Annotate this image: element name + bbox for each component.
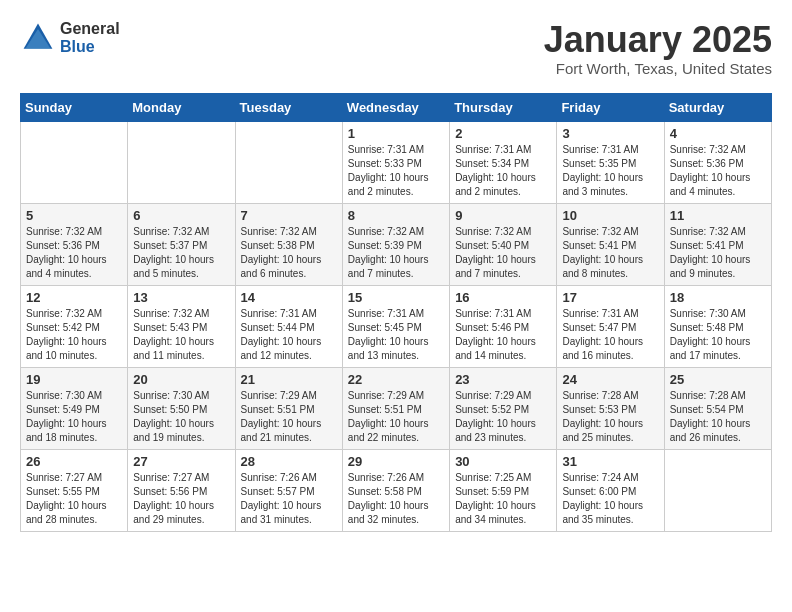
header-day-sunday: Sunday [21, 93, 128, 121]
day-cell [664, 449, 771, 531]
day-info: Sunrise: 7:29 AM Sunset: 5:51 PM Dayligh… [348, 389, 444, 445]
day-number: 29 [348, 454, 444, 469]
day-number: 2 [455, 126, 551, 141]
day-cell: 8Sunrise: 7:32 AM Sunset: 5:39 PM Daylig… [342, 203, 449, 285]
week-row-5: 26Sunrise: 7:27 AM Sunset: 5:55 PM Dayli… [21, 449, 772, 531]
day-info: Sunrise: 7:32 AM Sunset: 5:36 PM Dayligh… [670, 143, 766, 199]
header-day-wednesday: Wednesday [342, 93, 449, 121]
day-cell: 11Sunrise: 7:32 AM Sunset: 5:41 PM Dayli… [664, 203, 771, 285]
header-day-saturday: Saturday [664, 93, 771, 121]
day-cell: 20Sunrise: 7:30 AM Sunset: 5:50 PM Dayli… [128, 367, 235, 449]
day-info: Sunrise: 7:32 AM Sunset: 5:41 PM Dayligh… [670, 225, 766, 281]
day-info: Sunrise: 7:29 AM Sunset: 5:52 PM Dayligh… [455, 389, 551, 445]
header-day-friday: Friday [557, 93, 664, 121]
week-row-1: 1Sunrise: 7:31 AM Sunset: 5:33 PM Daylig… [21, 121, 772, 203]
day-info: Sunrise: 7:24 AM Sunset: 6:00 PM Dayligh… [562, 471, 658, 527]
day-cell: 16Sunrise: 7:31 AM Sunset: 5:46 PM Dayli… [450, 285, 557, 367]
day-cell: 4Sunrise: 7:32 AM Sunset: 5:36 PM Daylig… [664, 121, 771, 203]
day-number: 7 [241, 208, 337, 223]
day-cell [128, 121, 235, 203]
calendar-table: SundayMondayTuesdayWednesdayThursdayFrid… [20, 93, 772, 532]
day-number: 18 [670, 290, 766, 305]
day-cell: 14Sunrise: 7:31 AM Sunset: 5:44 PM Dayli… [235, 285, 342, 367]
day-number: 12 [26, 290, 122, 305]
day-number: 20 [133, 372, 229, 387]
logo-icon [20, 20, 56, 56]
header-day-thursday: Thursday [450, 93, 557, 121]
day-info: Sunrise: 7:27 AM Sunset: 5:56 PM Dayligh… [133, 471, 229, 527]
day-cell [235, 121, 342, 203]
day-number: 19 [26, 372, 122, 387]
day-number: 10 [562, 208, 658, 223]
day-info: Sunrise: 7:31 AM Sunset: 5:34 PM Dayligh… [455, 143, 551, 199]
logo: General Blue [20, 20, 120, 56]
day-cell: 22Sunrise: 7:29 AM Sunset: 5:51 PM Dayli… [342, 367, 449, 449]
title-area: January 2025 Fort Worth, Texas, United S… [544, 20, 772, 77]
day-cell: 31Sunrise: 7:24 AM Sunset: 6:00 PM Dayli… [557, 449, 664, 531]
day-info: Sunrise: 7:29 AM Sunset: 5:51 PM Dayligh… [241, 389, 337, 445]
day-info: Sunrise: 7:32 AM Sunset: 5:40 PM Dayligh… [455, 225, 551, 281]
header-day-monday: Monday [128, 93, 235, 121]
day-cell: 1Sunrise: 7:31 AM Sunset: 5:33 PM Daylig… [342, 121, 449, 203]
day-number: 23 [455, 372, 551, 387]
day-cell: 30Sunrise: 7:25 AM Sunset: 5:59 PM Dayli… [450, 449, 557, 531]
page-header: General Blue January 2025 Fort Worth, Te… [20, 20, 772, 77]
day-info: Sunrise: 7:31 AM Sunset: 5:44 PM Dayligh… [241, 307, 337, 363]
day-info: Sunrise: 7:31 AM Sunset: 5:33 PM Dayligh… [348, 143, 444, 199]
day-cell: 19Sunrise: 7:30 AM Sunset: 5:49 PM Dayli… [21, 367, 128, 449]
day-info: Sunrise: 7:30 AM Sunset: 5:48 PM Dayligh… [670, 307, 766, 363]
day-cell: 26Sunrise: 7:27 AM Sunset: 5:55 PM Dayli… [21, 449, 128, 531]
day-number: 1 [348, 126, 444, 141]
day-cell: 7Sunrise: 7:32 AM Sunset: 5:38 PM Daylig… [235, 203, 342, 285]
day-number: 3 [562, 126, 658, 141]
day-info: Sunrise: 7:32 AM Sunset: 5:38 PM Dayligh… [241, 225, 337, 281]
day-cell [21, 121, 128, 203]
week-row-4: 19Sunrise: 7:30 AM Sunset: 5:49 PM Dayli… [21, 367, 772, 449]
logo-text: General Blue [60, 20, 120, 55]
day-number: 27 [133, 454, 229, 469]
day-number: 4 [670, 126, 766, 141]
location: Fort Worth, Texas, United States [544, 60, 772, 77]
logo-blue-text: Blue [60, 38, 120, 56]
day-cell: 12Sunrise: 7:32 AM Sunset: 5:42 PM Dayli… [21, 285, 128, 367]
header-row: SundayMondayTuesdayWednesdayThursdayFrid… [21, 93, 772, 121]
day-number: 22 [348, 372, 444, 387]
day-info: Sunrise: 7:32 AM Sunset: 5:39 PM Dayligh… [348, 225, 444, 281]
day-info: Sunrise: 7:25 AM Sunset: 5:59 PM Dayligh… [455, 471, 551, 527]
day-cell: 18Sunrise: 7:30 AM Sunset: 5:48 PM Dayli… [664, 285, 771, 367]
day-cell: 9Sunrise: 7:32 AM Sunset: 5:40 PM Daylig… [450, 203, 557, 285]
week-row-3: 12Sunrise: 7:32 AM Sunset: 5:42 PM Dayli… [21, 285, 772, 367]
day-info: Sunrise: 7:30 AM Sunset: 5:49 PM Dayligh… [26, 389, 122, 445]
day-cell: 23Sunrise: 7:29 AM Sunset: 5:52 PM Dayli… [450, 367, 557, 449]
svg-marker-1 [25, 29, 50, 49]
day-info: Sunrise: 7:32 AM Sunset: 5:43 PM Dayligh… [133, 307, 229, 363]
day-number: 5 [26, 208, 122, 223]
week-row-2: 5Sunrise: 7:32 AM Sunset: 5:36 PM Daylig… [21, 203, 772, 285]
day-cell: 5Sunrise: 7:32 AM Sunset: 5:36 PM Daylig… [21, 203, 128, 285]
day-number: 30 [455, 454, 551, 469]
day-info: Sunrise: 7:28 AM Sunset: 5:54 PM Dayligh… [670, 389, 766, 445]
day-number: 16 [455, 290, 551, 305]
day-cell: 25Sunrise: 7:28 AM Sunset: 5:54 PM Dayli… [664, 367, 771, 449]
day-number: 6 [133, 208, 229, 223]
day-number: 25 [670, 372, 766, 387]
day-cell: 17Sunrise: 7:31 AM Sunset: 5:47 PM Dayli… [557, 285, 664, 367]
day-number: 17 [562, 290, 658, 305]
day-number: 21 [241, 372, 337, 387]
day-cell: 6Sunrise: 7:32 AM Sunset: 5:37 PM Daylig… [128, 203, 235, 285]
day-info: Sunrise: 7:31 AM Sunset: 5:47 PM Dayligh… [562, 307, 658, 363]
day-cell: 15Sunrise: 7:31 AM Sunset: 5:45 PM Dayli… [342, 285, 449, 367]
day-cell: 3Sunrise: 7:31 AM Sunset: 5:35 PM Daylig… [557, 121, 664, 203]
day-info: Sunrise: 7:26 AM Sunset: 5:57 PM Dayligh… [241, 471, 337, 527]
day-info: Sunrise: 7:32 AM Sunset: 5:42 PM Dayligh… [26, 307, 122, 363]
day-info: Sunrise: 7:31 AM Sunset: 5:45 PM Dayligh… [348, 307, 444, 363]
day-info: Sunrise: 7:32 AM Sunset: 5:41 PM Dayligh… [562, 225, 658, 281]
day-info: Sunrise: 7:26 AM Sunset: 5:58 PM Dayligh… [348, 471, 444, 527]
day-cell: 13Sunrise: 7:32 AM Sunset: 5:43 PM Dayli… [128, 285, 235, 367]
day-cell: 21Sunrise: 7:29 AM Sunset: 5:51 PM Dayli… [235, 367, 342, 449]
day-number: 24 [562, 372, 658, 387]
day-cell: 24Sunrise: 7:28 AM Sunset: 5:53 PM Dayli… [557, 367, 664, 449]
calendar-body: 1Sunrise: 7:31 AM Sunset: 5:33 PM Daylig… [21, 121, 772, 531]
day-number: 15 [348, 290, 444, 305]
day-info: Sunrise: 7:30 AM Sunset: 5:50 PM Dayligh… [133, 389, 229, 445]
